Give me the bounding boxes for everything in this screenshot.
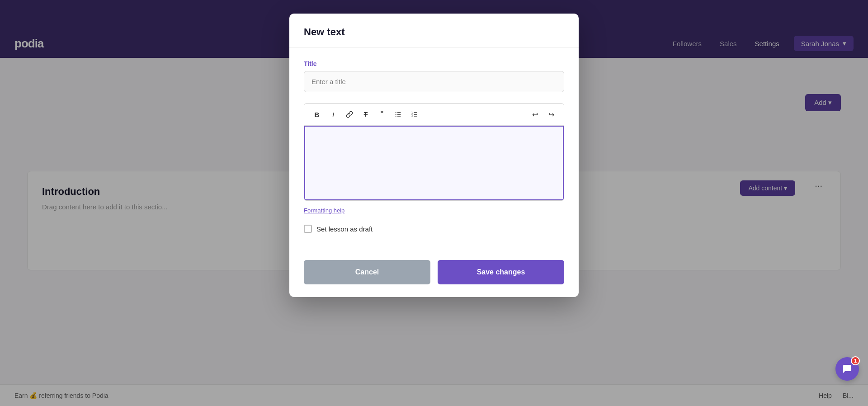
ordered-list-button[interactable]: 1. 2. 3. — [407, 107, 422, 122]
bold-button[interactable]: B — [310, 107, 324, 122]
modal-title: New text — [304, 26, 564, 38]
rte-toolbar: B I T " — [304, 104, 564, 126]
svg-point-3 — [396, 112, 396, 113]
draft-row: Set lesson as draft — [304, 225, 564, 233]
rich-text-editor: B I T " — [304, 103, 564, 201]
bullet-list-button[interactable] — [391, 107, 406, 122]
chat-badge: 1 — [851, 356, 860, 365]
modal-footer: Cancel Save changes — [289, 260, 579, 297]
title-input[interactable] — [304, 71, 564, 92]
svg-text:3.: 3. — [411, 115, 413, 117]
modal-body: Title B I T " — [289, 47, 579, 260]
cancel-button[interactable]: Cancel — [304, 260, 430, 284]
draft-checkbox[interactable] — [304, 225, 312, 233]
title-label: Title — [304, 60, 564, 67]
bullet-list-icon — [395, 111, 402, 118]
link-icon — [346, 111, 353, 118]
modal-overlay: New text Title B I T — [0, 0, 868, 406]
link-button[interactable] — [342, 107, 357, 122]
formatting-help-link[interactable]: Formatting help — [304, 207, 344, 214]
undo-button[interactable]: ↩ — [528, 107, 542, 122]
redo-button[interactable]: ↪ — [544, 107, 558, 122]
save-changes-button[interactable]: Save changes — [438, 260, 564, 284]
chat-icon — [842, 364, 853, 374]
strikethrough-button[interactable]: T — [359, 107, 373, 122]
svg-point-5 — [396, 116, 396, 117]
modal-header: New text — [289, 14, 579, 47]
draft-label: Set lesson as draft — [316, 225, 373, 233]
chat-button[interactable]: 1 — [835, 357, 859, 381]
svg-point-4 — [396, 114, 396, 115]
new-text-modal: New text Title B I T — [289, 14, 579, 297]
italic-button[interactable]: I — [326, 107, 340, 122]
ordered-list-icon: 1. 2. 3. — [411, 111, 418, 118]
editor-body[interactable] — [304, 126, 564, 200]
quote-button[interactable]: " — [375, 107, 389, 122]
